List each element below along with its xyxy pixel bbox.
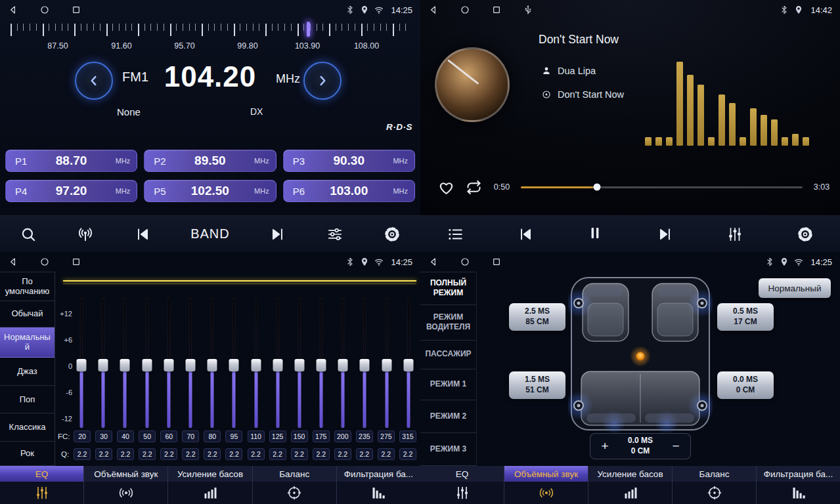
eq-slider-handle[interactable] [185,359,195,371]
eq-band-slider[interactable] [226,298,242,428]
preset-button-4[interactable]: P4 97.20 MHz [5,180,137,202]
tab-filter[interactable]: Фильтрация ба... [757,466,840,504]
recents-icon[interactable] [491,257,502,267]
preset-button-6[interactable]: P6 103.00 MHz [283,180,415,202]
eq-preset-default[interactable]: По умолчанию [0,272,55,301]
eq-band-slider[interactable] [313,298,329,428]
preset-button-3[interactable]: P3 90.30 MHz [283,150,415,172]
eq-band-slider[interactable] [248,298,264,428]
repeat-button[interactable] [465,178,483,196]
mode-driver[interactable]: РЕЖИМ ВОДИТЕЛЯ [420,305,476,341]
tune-up-button[interactable] [303,62,342,100]
tab-surround-sound[interactable]: Объёмный звук [504,466,588,504]
eq-slider-handle[interactable] [338,359,348,371]
mode-1[interactable]: РЕЖИМ 1 [420,369,476,401]
home-icon[interactable] [460,5,470,15]
previous-track-button[interactable] [517,226,534,243]
eq-band-slider[interactable] [74,298,89,428]
eq-band-slider[interactable] [95,298,111,428]
settings-gear-button[interactable] [384,226,401,243]
mode-2[interactable]: РЕЖИМ 2 [420,400,476,433]
next-station-button[interactable] [269,226,286,243]
eq-band-slider[interactable] [379,298,395,428]
eq-preset-jazz[interactable]: Джаз [0,358,55,387]
home-icon[interactable] [460,257,470,267]
eq-slider-handle[interactable] [99,359,108,371]
progress-knob[interactable] [593,184,600,191]
eq-band-slider[interactable] [204,298,220,428]
eq-band-slider[interactable] [335,298,351,428]
eq-band-slider[interactable] [161,298,177,428]
eq-band-slider[interactable] [401,298,416,428]
back-icon[interactable] [8,5,18,15]
eq-slider-handle[interactable] [273,359,282,371]
eq-slider-handle[interactable] [77,359,87,371]
favorite-button[interactable] [437,178,455,196]
preset-button-2[interactable]: P2 89.50 MHz [144,150,276,172]
equalizer-button[interactable] [726,226,743,243]
tab-balance[interactable]: Баланс [253,466,337,504]
band-button[interactable]: BAND [190,226,230,242]
tune-down-button[interactable] [75,62,113,100]
mode-full[interactable]: ПОЛНЫЙ РЕЖИМ [420,272,476,305]
eq-slider-handle[interactable] [403,359,413,371]
tab-surround-sound[interactable]: Объёмный звук [84,466,168,504]
delay-button-rear-left[interactable]: 1.5 MS 51 CM [509,371,565,399]
pause-button[interactable] [586,224,604,243]
home-icon[interactable] [39,5,50,15]
eq-slider-handle[interactable] [208,359,217,371]
mode-3[interactable]: РЕЖИМ 3 [420,433,476,466]
eq-preset-pop[interactable]: Поп [0,386,55,413]
eq-preset-normal[interactable]: Нормальный [0,327,55,358]
eq-band-slider[interactable] [183,298,198,428]
tab-balance[interactable]: Баланс [673,466,757,504]
next-track-button[interactable] [657,226,674,243]
progress-bar[interactable] [521,186,803,188]
recents-icon[interactable] [491,5,502,15]
recents-icon[interactable] [71,5,81,15]
eq-slider-handle[interactable] [317,359,326,371]
eq-slider-handle[interactable] [164,359,173,371]
eq-slider-handle[interactable] [382,359,391,371]
eq-slider-handle[interactable] [120,359,130,371]
previous-station-button[interactable] [134,226,151,243]
delay-button-front-right[interactable]: 0.5 MS 17 CM [717,303,774,331]
eq-band-slider[interactable] [292,298,307,428]
eq-slider-handle[interactable] [229,359,239,371]
eq-slider-handle[interactable] [360,359,370,371]
mode-passenger[interactable]: ПАССАЖИР [420,341,476,369]
eq-band-slider[interactable] [139,298,155,428]
tab-bass-boost[interactable]: Усиление басов [588,466,673,504]
delay-decrease-button[interactable]: − [667,437,685,455]
eq-slider-handle[interactable] [251,359,261,371]
back-icon[interactable] [428,257,439,267]
eq-preset-custom[interactable]: Обычай [0,301,55,327]
eq-slider-handle[interactable] [142,359,152,371]
tab-eq[interactable]: EQ [0,466,84,504]
eq-slider-handle[interactable] [294,359,304,371]
tab-bass-boost[interactable]: Усиление басов [168,466,252,504]
sound-profile-button[interactable]: Нормальный [759,278,831,298]
settings-gear-button[interactable] [797,226,814,243]
eq-band-slider[interactable] [117,298,133,428]
eq-band-slider[interactable] [357,298,372,428]
back-icon[interactable] [428,5,439,15]
eq-preset-rock[interactable]: Рок [0,442,55,466]
frequency-ruler[interactable] [11,24,410,38]
home-icon[interactable] [39,257,50,267]
eq-band-slider[interactable] [270,298,286,428]
delay-button-rear-right[interactable]: 0.0 MS 0 CM [717,371,774,399]
audio-settings-button[interactable] [326,226,343,243]
scan-button[interactable] [20,226,37,243]
preset-button-5[interactable]: P5 102.50 MHz [144,180,276,202]
eq-preset-classic[interactable]: Классика [0,413,55,442]
tab-filter[interactable]: Фильтрация ба... [337,466,420,504]
delay-button-front-left[interactable]: 2.5 MS 85 CM [509,303,565,331]
back-icon[interactable] [8,257,18,267]
preset-button-1[interactable]: P1 88.70 MHz [5,150,137,172]
recents-icon[interactable] [71,257,81,267]
broadcast-antenna-button[interactable] [77,226,94,243]
playlist-button[interactable] [447,226,464,243]
tab-eq[interactable]: EQ [420,466,504,504]
delay-increase-button[interactable]: + [596,437,614,455]
